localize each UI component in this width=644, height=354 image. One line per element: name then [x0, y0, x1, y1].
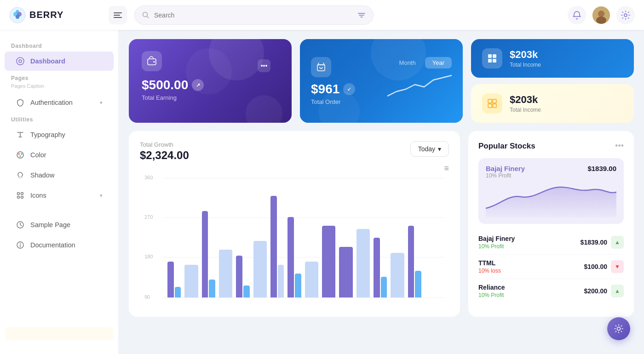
svg-rect-6	[114, 15, 120, 16]
svg-point-23	[18, 172, 23, 177]
bar-chart-container: 360 270 180 90	[140, 178, 449, 307]
svg-point-4	[16, 10, 19, 13]
bar-group-1	[184, 178, 198, 297]
grid-icon	[487, 98, 497, 108]
sidebar-item-authentication[interactable]: Authentication ▾	[5, 93, 114, 112]
cards-row: ••• $500.00 ↗ Total Earning	[129, 39, 634, 123]
bar-group-14	[408, 178, 421, 297]
bar-light-8	[305, 262, 318, 297]
stock-row-reliance: Reliance 10% Profit $200.00 ▲	[478, 279, 624, 303]
sidebar-item-icons[interactable]: Icons ▾	[5, 186, 114, 205]
topbar: BERRY	[0, 0, 644, 30]
stock-ttml-name: TTML	[478, 259, 501, 267]
pages-caption: Pages Caption	[0, 83, 118, 92]
card-income-bottom: $203k Total Income	[471, 84, 634, 123]
trend-up-icon: ▲	[611, 236, 624, 249]
order-tabs: Month Year	[392, 57, 452, 69]
bar-group-8	[305, 178, 318, 297]
bar-blue-14	[415, 271, 421, 298]
income-bottom-label: Total Income	[510, 107, 541, 113]
svg-rect-40	[488, 104, 492, 108]
avatar[interactable]	[592, 6, 610, 24]
bar-blue-0	[175, 287, 181, 297]
earning-card-menu[interactable]: •••	[258, 59, 270, 72]
topbar-right	[568, 6, 635, 24]
wallet-icon	[147, 56, 157, 66]
typography-icon	[16, 130, 25, 139]
svg-rect-7	[114, 17, 122, 18]
stock-ttml-price: $100.00	[584, 263, 607, 270]
chart-menu-icon[interactable]: ≡	[140, 164, 449, 173]
hamburger-button[interactable]	[109, 6, 127, 24]
chevron-down-icon-today: ▾	[438, 145, 441, 153]
bar-blue-4	[243, 285, 250, 297]
sidebar-item-dashboard-label: Dashboard	[30, 57, 65, 65]
svg-point-21	[21, 153, 23, 155]
bar-light-13	[391, 253, 404, 298]
featured-stock-name: Bajaj Finery	[486, 165, 525, 172]
trend-down-icon: ▼	[611, 260, 624, 273]
sidebar-item-documentation-label: Documentation	[30, 241, 75, 249]
stocks-card: Popular Stocks ••• Bajaj Finery 10% Prof…	[468, 131, 634, 317]
stock-ttml-loss: 10% loss	[478, 268, 501, 274]
income-top-label: Total Income	[510, 62, 541, 68]
bar-group-9	[322, 178, 335, 297]
earning-amount: $500.00 ↗	[142, 78, 279, 92]
tab-month[interactable]: Month	[392, 57, 423, 69]
svg-rect-37	[493, 59, 496, 63]
trend-icon: ↗	[192, 79, 204, 91]
sidebar-item-sample-page[interactable]: Sample Page	[5, 215, 114, 234]
fab-gear-icon	[614, 324, 624, 334]
search-bar	[134, 6, 374, 25]
dashboard-icon	[16, 57, 25, 66]
svg-point-27	[17, 196, 20, 199]
bar-group-6	[270, 178, 284, 297]
settings-button[interactable]	[616, 6, 635, 24]
sidebar-item-icons-label: Icons	[30, 192, 46, 199]
tab-year[interactable]: Year	[425, 57, 452, 69]
bar-purple-6	[270, 196, 277, 297]
bar-light-11	[356, 229, 370, 298]
sidebar-section-utilities: Utilities	[0, 113, 118, 125]
sidebar-item-typography[interactable]: Typography	[5, 125, 114, 144]
income-bottom-icon-wrap	[482, 93, 502, 114]
order-wave-chart	[387, 73, 452, 101]
documentation-icon	[16, 240, 25, 250]
stock-bajaj-profit: 10% Profit	[478, 243, 515, 250]
logo-icon	[9, 7, 26, 23]
svg-rect-33	[317, 65, 325, 71]
card-total-earning: ••• $500.00 ↗ Total Earning	[129, 39, 292, 123]
today-button[interactable]: Today ▾	[410, 141, 449, 157]
bar-group-0	[167, 178, 181, 297]
svg-rect-38	[488, 99, 492, 103]
card-total-order: $961 ↙ Total Order Month Year	[300, 39, 463, 123]
bar-purple-12	[374, 238, 380, 297]
growth-header: Total Growth $2,324.00 Today ▾	[140, 141, 449, 162]
stock-ttml-info: TTML 10% loss	[478, 259, 501, 274]
cards-right-col: $203k Total Income $203k	[471, 39, 634, 123]
sidebar-item-authentication-label: Authentication	[30, 99, 73, 106]
bar-group-11	[356, 178, 370, 297]
chevron-down-icon-icons: ▾	[100, 193, 103, 199]
fab-button[interactable]	[607, 317, 630, 340]
hamburger-icon	[114, 11, 122, 19]
stocks-menu-icon[interactable]: •••	[615, 141, 624, 151]
filter-icon[interactable]	[357, 11, 366, 19]
bar-light-1	[184, 265, 198, 298]
svg-rect-39	[493, 99, 496, 103]
sidebar-item-documentation[interactable]: Documentation	[5, 235, 114, 255]
sidebar-item-color[interactable]: Color	[5, 145, 114, 165]
svg-point-42	[617, 327, 621, 331]
main-layout: Dashboard Dashboard Pages Pages Caption …	[0, 30, 644, 354]
notification-button[interactable]	[568, 6, 586, 24]
sidebar-item-shadow[interactable]: Shadow	[5, 166, 114, 185]
sidebar-item-dashboard[interactable]: Dashboard	[5, 51, 114, 71]
icons-icon	[16, 191, 25, 200]
income-top-text: $203k Total Income	[510, 49, 541, 68]
svg-point-22	[19, 155, 21, 157]
bell-icon	[572, 11, 581, 20]
income-top-amount: $203k	[510, 49, 541, 61]
search-input[interactable]	[154, 11, 353, 19]
stock-ttml-right: $100.00 ▼	[584, 260, 624, 273]
stock-list: Bajaj Finery 10% Profit $1839.00 ▲ TTML …	[478, 230, 624, 303]
